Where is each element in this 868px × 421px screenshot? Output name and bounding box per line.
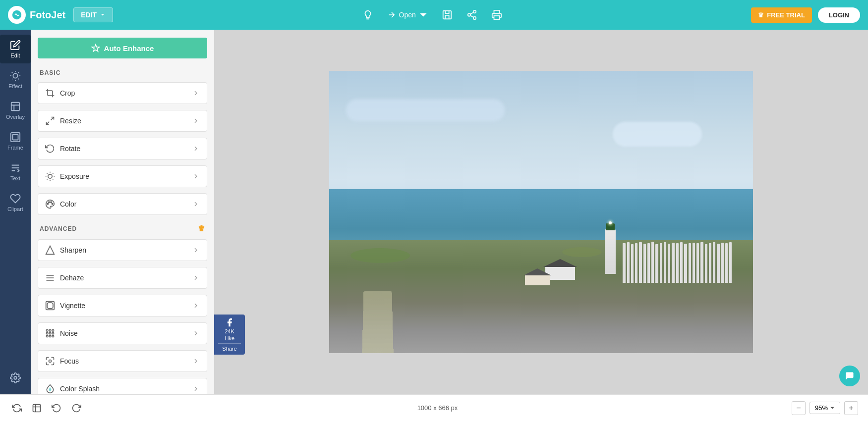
svg-rect-25: [52, 335, 54, 337]
fence-post: [696, 243, 699, 283]
sidebar-item-overlay-label: Overlay: [6, 114, 25, 120]
dehaze-menu-item[interactable]: Dehaze: [38, 267, 207, 289]
fence: [623, 238, 732, 283]
advanced-section-label: ADVANCED ♛: [38, 221, 207, 235]
crop-label: Crop: [60, 89, 75, 97]
noise-menu-item[interactable]: Noise: [38, 322, 207, 344]
facebook-widget[interactable]: 24K Like Share: [214, 315, 245, 355]
auto-enhance-button[interactable]: Auto Enhance: [38, 38, 207, 58]
zoom-in-button[interactable]: +: [844, 401, 858, 415]
lightbulb-btn[interactable]: [362, 9, 373, 20]
zoom-out-button[interactable]: −: [792, 401, 806, 415]
fence-post: [627, 242, 630, 283]
sidebar-item-text[interactable]: Text: [0, 158, 31, 186]
svg-point-4: [473, 17, 476, 19]
rotate-label: Rotate: [60, 145, 80, 153]
svg-rect-23: [47, 335, 48, 337]
app-name: FotoJet: [30, 9, 65, 21]
open-button[interactable]: Open: [387, 10, 428, 19]
fence-post: [643, 244, 646, 283]
fence-post: [664, 242, 666, 283]
basic-section-label: BASIC: [38, 66, 207, 78]
fence-post: [693, 243, 695, 283]
bottom-left-controls: [10, 401, 83, 415]
sidebar-item-frame[interactable]: Frame: [0, 127, 31, 156]
logo: FotoJet: [8, 6, 65, 24]
free-trial-button[interactable]: ♛ FREE TRIAL: [751, 7, 812, 23]
compare-icon[interactable]: [30, 401, 44, 415]
fence-post: [623, 243, 625, 283]
zoom-controls: − 95% +: [792, 401, 858, 415]
crop-menu-item[interactable]: Crop: [38, 82, 207, 104]
exposure-menu-item[interactable]: Exposure: [38, 165, 207, 187]
svg-rect-21: [49, 332, 51, 334]
svg-point-12: [49, 202, 50, 203]
fence-post: [700, 242, 703, 283]
svg-rect-16: [47, 303, 53, 309]
crown-icon: ♛: [758, 11, 764, 19]
svg-rect-20: [47, 332, 48, 334]
sidebar-item-effect[interactable]: Effect: [0, 65, 31, 94]
edit-panel: Auto Enhance BASIC Crop Resize: [31, 30, 214, 394]
rotate-menu-item[interactable]: Rotate: [38, 138, 207, 159]
chat-bubble-btn[interactable]: [839, 366, 860, 386]
fence-post: [680, 242, 683, 283]
fb-share-label: Share: [222, 346, 236, 352]
color-splash-label: Color Splash: [60, 385, 100, 393]
sharpen-menu-item[interactable]: Sharpen: [38, 239, 207, 261]
settings-btn[interactable]: [0, 368, 31, 388]
svg-point-14: [52, 203, 53, 205]
svg-point-3: [468, 13, 471, 16]
svg-point-26: [49, 360, 52, 363]
fence-post: [713, 242, 715, 283]
fence-post: [647, 243, 650, 283]
focus-label: Focus: [60, 357, 79, 365]
house2: [525, 269, 550, 285]
sidebar-item-frame-label: Frame: [7, 145, 23, 151]
edit-mode-dropdown[interactable]: EDIT: [73, 7, 113, 22]
sidebar-item-edit[interactable]: Edit: [0, 35, 31, 63]
fence-post: [655, 244, 658, 283]
zoom-display[interactable]: 95%: [810, 402, 840, 414]
main-layout: Edit Effect Overlay Frame: [0, 30, 868, 394]
image-size-display: 1000 x 666 px: [417, 404, 458, 412]
resize-menu-item[interactable]: Resize: [38, 110, 207, 132]
canvas-image: [329, 71, 753, 353]
fence-post: [729, 242, 732, 283]
print-btn[interactable]: [491, 9, 502, 20]
vignette-menu-item[interactable]: Vignette: [38, 295, 207, 316]
fence-post: [689, 243, 691, 283]
focus-menu-item[interactable]: Focus: [38, 350, 207, 372]
sidebar-item-text-label: Text: [10, 175, 20, 181]
lighthouse-body: [605, 229, 616, 274]
top-navigation: FotoJet EDIT Open: [0, 0, 868, 30]
sidebar-item-overlay[interactable]: Overlay: [0, 96, 31, 125]
save-btn[interactable]: [442, 9, 453, 20]
nav-left: FotoJet EDIT: [8, 6, 113, 24]
svg-rect-17: [47, 330, 48, 331]
share-btn[interactable]: [466, 9, 477, 20]
login-button[interactable]: LOGIN: [818, 7, 860, 23]
svg-rect-6: [11, 103, 20, 111]
refresh-icon[interactable]: [10, 401, 24, 415]
fence-post: [725, 243, 728, 283]
house-roof: [543, 259, 577, 267]
undo-icon[interactable]: [50, 401, 63, 415]
svg-rect-18: [49, 330, 51, 331]
sidebar-item-clipart-label: Clipart: [7, 206, 23, 212]
color-splash-menu-item[interactable]: Color Splash: [38, 378, 207, 394]
redo-icon[interactable]: [69, 401, 83, 415]
fence-post: [660, 243, 662, 283]
sidebar-item-clipart[interactable]: Clipart: [0, 188, 31, 217]
fence-post: [709, 243, 711, 283]
fence-post: [684, 244, 687, 283]
svg-point-13: [51, 202, 52, 203]
svg-rect-8: [13, 135, 18, 140]
sidebar-item-edit-label: Edit: [11, 53, 20, 58]
fence-post: [672, 243, 674, 283]
fb-divider: [218, 343, 241, 344]
color-menu-item[interactable]: Color: [38, 193, 207, 215]
svg-rect-19: [52, 330, 54, 331]
premium-crown-icon: ♛: [198, 224, 205, 233]
lighthouse: [603, 219, 617, 274]
